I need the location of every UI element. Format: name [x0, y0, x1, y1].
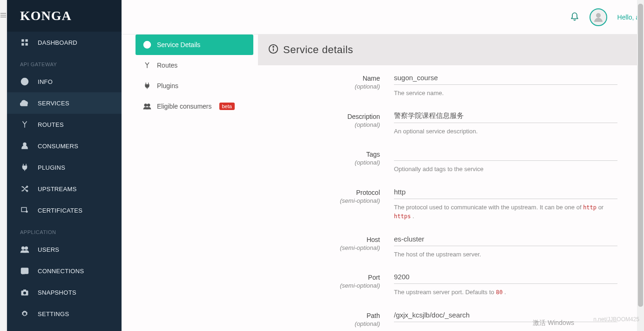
svg-point-9 [26, 211, 28, 213]
form-row-path: Path (optional) [258, 303, 639, 331]
subnav-label: Plugins [157, 82, 178, 90]
sidebar-item-settings[interactable]: SETTINGS [7, 303, 122, 324]
svg-rect-12 [21, 268, 28, 274]
info-icon [143, 41, 151, 49]
description-hint: (optional) [355, 121, 380, 128]
sidebar-item-upstreams[interactable]: UPSTREAMS [7, 178, 122, 200]
protocol-hint: (semi-optional) [340, 197, 380, 204]
camera-icon [20, 288, 29, 297]
protocol-help: The protocol used to communicate with th… [394, 203, 617, 221]
subnav-plugins[interactable]: Plugins [136, 76, 253, 96]
subnav: Service Details Routes Plugins [122, 34, 258, 331]
sidebar-item-label: UPSTREAMS [38, 186, 77, 193]
sidebar-item-info[interactable]: INFO [7, 71, 122, 92]
sidebar: KONGA DASHBOARD API GATEWAY INFO SERVICE… [7, 0, 122, 331]
svg-point-19 [147, 43, 148, 44]
tags-help: Optionally add tags to the service [394, 165, 617, 174]
svg-rect-1 [26, 39, 28, 41]
subnav-routes[interactable]: Routes [136, 55, 253, 76]
host-label: Host [258, 236, 380, 243]
svg-rect-8 [21, 207, 27, 212]
plug-icon [143, 82, 151, 90]
hamburger-icon[interactable] [0, 13, 7, 17]
cast-icon [20, 266, 29, 276]
path-label: Path [258, 312, 380, 319]
info-icon [20, 77, 29, 86]
svg-point-14 [23, 292, 26, 295]
name-label: Name [258, 75, 380, 82]
sidebar-item-plugins[interactable]: PLUGINS [7, 157, 122, 178]
tags-label: Tags [258, 151, 380, 158]
subnav-label: Service Details [157, 41, 200, 48]
sidebar-item-label: CONNECTIONS [38, 268, 84, 275]
port-hint: (semi-optional) [340, 282, 380, 289]
section-application: APPLICATION [7, 221, 122, 239]
protocol-input[interactable] [394, 185, 617, 199]
sidebar-item-snapshots[interactable]: SNAPSHOTS [7, 282, 122, 303]
svg-point-7 [23, 143, 26, 145]
form-row-port: Port (semi-optional) The upstream server… [258, 264, 639, 303]
sidebar-item-label: DASHBOARD [38, 39, 77, 46]
gear-icon [20, 309, 29, 318]
form-row-protocol: Protocol (semi-optional) The protocol us… [258, 179, 639, 227]
scrollbar-track[interactable] [637, 0, 644, 331]
sidebar-item-dashboard[interactable]: DASHBOARD [7, 32, 122, 53]
person-icon [20, 141, 29, 151]
svg-point-10 [22, 247, 25, 249]
protocol-label: Protocol [258, 189, 380, 196]
sidebar-item-connections[interactable]: CONNECTIONS [7, 260, 122, 282]
path-hint: (optional) [355, 320, 380, 327]
notification-bell-icon[interactable] [570, 11, 579, 23]
sidebar-item-certificates[interactable]: CERTIFICATES [7, 200, 122, 221]
svg-rect-2 [21, 43, 24, 46]
sidebar-item-label: PLUGINS [38, 164, 65, 171]
users-icon [143, 102, 151, 110]
host-input[interactable] [394, 232, 617, 246]
sidebar-item-consumers[interactable]: CONSUMERS [7, 135, 122, 157]
routes-icon [143, 61, 151, 69]
svg-rect-15 [23, 290, 26, 291]
form-row-description: Description (optional) An optional servi… [258, 103, 639, 142]
brand-text: KONGA [20, 8, 108, 23]
sidebar-item-users[interactable]: USERS [7, 239, 122, 260]
sidebar-item-label: USERS [38, 246, 59, 253]
avatar[interactable] [590, 8, 607, 26]
cloud-icon [20, 98, 29, 108]
sidebar-item-routes[interactable]: ROUTES [7, 114, 122, 135]
form-row-name: Name (optional) The service name. [258, 65, 639, 103]
info-circle-icon [268, 44, 278, 56]
name-input[interactable] [394, 71, 617, 85]
sidebar-item-label: SETTINGS [38, 310, 69, 317]
svg-point-24 [273, 47, 274, 48]
svg-point-21 [148, 104, 150, 106]
main-area: Hello, a Service Details Routes [122, 0, 644, 331]
subnav-eligible-consumers[interactable]: Eligible consumers beta [136, 96, 253, 117]
logo[interactable]: KONGA [7, 0, 122, 32]
subnav-service-details[interactable]: Service Details [136, 34, 253, 55]
path-input[interactable] [394, 308, 617, 322]
panel-title: Service details [283, 44, 353, 56]
port-help: The upstream server port. Defaults to 80… [394, 288, 617, 297]
form-row-tags: Tags (optional) Optionally add tags to t… [258, 141, 639, 179]
subnav-label: Eligible consumers [157, 103, 212, 110]
certificate-icon [20, 206, 29, 215]
scrollbar-thumb[interactable] [638, 4, 643, 307]
subnav-label: Routes [157, 62, 177, 69]
panel-header: Service details [258, 34, 639, 65]
description-label: Description [258, 113, 380, 120]
sidebar-item-label: ROUTES [38, 121, 64, 128]
sidebar-item-services[interactable]: SERVICES [7, 92, 122, 114]
description-input[interactable] [394, 109, 617, 123]
header: Hello, a [122, 0, 644, 34]
left-edge [0, 0, 7, 331]
svg-rect-3 [26, 43, 28, 46]
description-help: An optional service description. [394, 127, 617, 136]
name-help: The service name. [394, 89, 617, 98]
tags-input[interactable] [394, 147, 617, 161]
svg-rect-0 [21, 39, 24, 41]
greeting-text[interactable]: Hello, a [617, 14, 639, 21]
users-icon [20, 245, 29, 254]
port-input[interactable] [394, 270, 617, 284]
sidebar-item-label: CONSUMERS [38, 143, 78, 150]
sidebar-item-label: INFO [38, 78, 53, 85]
